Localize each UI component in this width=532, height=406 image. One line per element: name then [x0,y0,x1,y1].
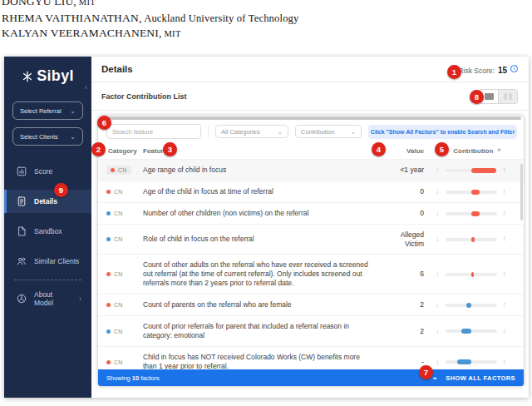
contribution-bar-track [446,273,497,276]
sidebar-item-similar-clients[interactable]: Similar Clients [4,250,91,273]
factor-row[interactable]: CNRole of child in focus on the referral… [98,224,524,254]
factor-row[interactable]: CNAge range of child in focus<1 year↓↑ [98,159,524,181]
sidebar-selects: Select Referral⌄Select Clients⌄ [12,102,83,146]
downvote-arrow-icon[interactable]: ↓ [436,188,440,196]
upvote-arrow-icon[interactable]: ↑ [503,166,507,174]
contribution-bar [461,329,471,334]
sidebar-item-details[interactable]: Details [4,190,91,213]
factor-row[interactable]: CNNumber of other children (non victims)… [98,202,524,224]
horizontal-scrollbar[interactable] [101,116,521,120]
vertical-scrollbar[interactable] [520,164,523,220]
card-zone: All Categories ⌄ Contribution ⌄ Click "S… [91,111,529,398]
contribution-bar-track [446,304,497,307]
category-cell: CN [98,236,143,242]
factor-value: 0 [384,187,431,196]
factor-row[interactable]: CNAge of the child in focus at time of r… [98,181,524,202]
table-footer: Showing10factors ⌄ SHOW ALL FACTORS [98,369,524,386]
contribution-bar [457,359,471,364]
category-dot-icon [111,168,115,172]
sidebar-select-select-referral[interactable]: Select Referral⌄ [12,102,83,120]
factor-row[interactable]: CNCount of prior referrals for parent th… [98,315,524,346]
factor-row[interactable]: CNChild in focus has NOT received Colora… [98,346,524,369]
feature-name: Age of the child in focus at time of ref… [143,187,384,196]
table-header: Category Feature Value Contribution ^ [98,144,524,159]
factor-value: 2 [384,327,431,336]
sidebar-item-sandbox[interactable]: Sandbox [4,220,91,243]
split-view-button[interactable] [499,90,517,103]
upvote-arrow-icon[interactable]: ↑ [503,235,507,243]
view-toggle [479,89,518,104]
show-all-factors-button[interactable]: ⌄ SHOW ALL FACTORS [431,374,515,382]
column-header-feature[interactable]: Feature [143,147,384,155]
upvote-arrow-icon[interactable]: ↑ [503,210,507,217]
author-affiliation: MIT [162,29,181,38]
sidebar-item-score[interactable]: Score [4,160,91,183]
annotation-1: 1 [447,65,461,79]
author-line: KALYAN VEERAMACHANENI, MIT [2,26,299,42]
sidebar-item-label: About Model [34,290,71,307]
category-badge: CN [106,329,123,334]
sidebar-item-label: Similar Clients [34,257,79,265]
downvote-arrow-icon[interactable]: ↓ [436,235,440,243]
contribution-cell: ↓↑ [431,270,524,278]
feature-name: Role of child in focus on the referral [143,235,384,244]
downvote-arrow-icon[interactable]: ↓ [436,301,440,309]
page-title: Details [101,64,133,74]
sort-filter-select[interactable]: Contribution ⌄ [295,125,362,138]
info-icon[interactable]: i [510,65,518,72]
upvote-arrow-icon[interactable]: ↑ [503,301,507,309]
category-cell: CN [98,210,143,216]
factor-value: <1 year [384,166,431,175]
main-panel: Details Risk Score: 15 i Factor Contribu… [91,57,529,398]
contribution-bar [466,303,471,308]
upvote-arrow-icon[interactable]: ↑ [503,359,507,366]
upvote-arrow-icon[interactable]: ↑ [503,188,507,196]
category-cell: CN [98,271,143,277]
showing-count: Showing10factors [106,374,161,382]
category-dot-icon [106,360,111,364]
downvote-arrow-icon[interactable]: ↓ [436,166,440,174]
filter-row: All Categories ⌄ Contribution ⌄ Click "S… [98,116,524,144]
annotation-2: 2 [91,142,106,156]
contribution-bar-track [446,238,497,241]
upvote-arrow-icon[interactable]: ↑ [503,328,507,335]
sidebar-collapse-icon[interactable]: ‹ [85,84,87,92]
chevron-down-icon: ⌄ [350,128,356,136]
downvote-arrow-icon[interactable]: ↓ [436,359,440,366]
enable-filter-banner[interactable]: Click "Show All Factors" to enable Searc… [368,125,517,139]
category-dot-icon [106,329,111,334]
sidebar-item-label: Score [34,167,52,176]
upvote-arrow-icon[interactable]: ↑ [503,270,507,278]
contribution-bar-track [446,329,497,333]
downvote-arrow-icon[interactable]: ↓ [436,270,440,278]
sidebar-item-about-model[interactable]: About Model› [4,287,91,310]
factor-row[interactable]: CNCount of other adults on the referral … [98,254,524,294]
model-globe-icon [17,294,27,304]
annotation-7: 7 [419,365,433,379]
contribution-bar [471,168,496,173]
feature-name: Count of parents on the referral who are… [143,300,384,309]
risk-score-value: 15 [498,66,507,75]
downvote-arrow-icon[interactable]: ↓ [436,328,440,335]
single-view-icon [485,93,494,100]
downvote-arrow-icon[interactable]: ↓ [436,210,440,217]
feature-name: Child in focus has NOT received Colorado… [143,353,384,369]
score-icon [17,166,27,176]
category-cell: CN [98,359,143,365]
category-dot-icon [106,272,111,276]
category-badge: CN [106,236,123,242]
chevron-down-icon: ⌄ [70,107,76,115]
main-header: Details Risk Score: 15 i [91,57,529,82]
contribution-bar-track [446,191,497,194]
author-affiliation: MIT [76,0,96,7]
factor-row[interactable]: CNCount of parents on the referral who a… [98,294,524,315]
risk-score-label: Risk Score: [458,67,494,75]
sidebar-select-select-clients[interactable]: Select Clients⌄ [12,127,83,146]
contribution-cell: ↓↑ [431,210,524,217]
category-filter-select[interactable]: All Categories ⌄ [215,125,288,138]
category-badge: CN [106,359,123,365]
column-header-value[interactable]: Value [384,147,431,155]
search-input[interactable] [106,124,201,139]
chevron-right-icon: › [79,295,81,303]
category-cell: CN [98,189,143,195]
